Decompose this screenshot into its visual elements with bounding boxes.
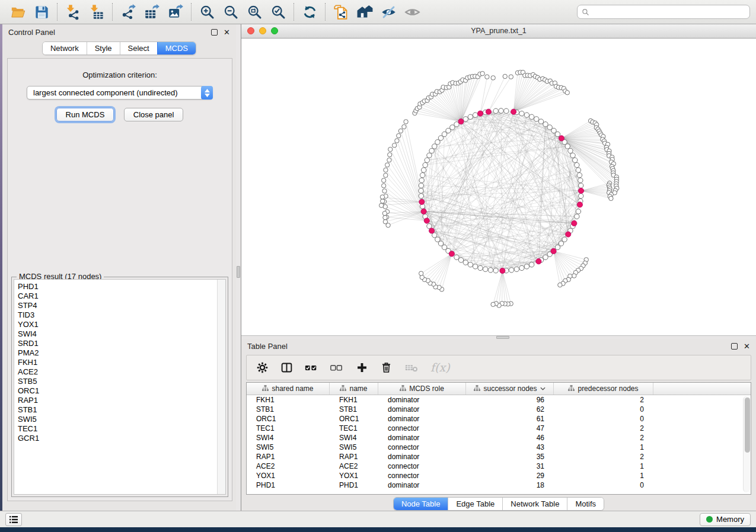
cell-filler[interactable]	[653, 462, 751, 471]
network-leaf-node[interactable]	[419, 271, 423, 275]
mcds-result-list[interactable]: PHD1CAR1STP4TID3YOX1SWI4SRD1PMA2FKH1ACE2…	[14, 279, 226, 495]
network-node[interactable]	[488, 268, 493, 273]
import-table-icon[interactable]	[85, 3, 109, 21]
cell-filler[interactable]	[653, 405, 751, 414]
cell-shared-name[interactable]: YOX1	[247, 471, 330, 480]
network-node[interactable]	[555, 245, 560, 249]
network-node[interactable]	[524, 264, 529, 269]
network-leaf-node[interactable]	[381, 184, 385, 188]
network-leaf-node[interactable]	[609, 196, 613, 200]
network-leaf-node[interactable]	[382, 211, 387, 215]
tab-edge-table[interactable]: Edge Table	[448, 498, 502, 510]
column-header-shared-name[interactable]: shared name	[247, 383, 330, 395]
network-dominator-node[interactable]	[511, 109, 516, 114]
cell-successor-nodes[interactable]: 35	[466, 452, 554, 462]
network-node[interactable]	[579, 194, 583, 198]
mcds-result-item[interactable]: FKH1	[18, 358, 217, 367]
cell-successor-nodes[interactable]: 47	[466, 424, 554, 433]
network-node[interactable]	[568, 148, 573, 153]
network-node[interactable]	[446, 128, 451, 133]
cell-filler[interactable]	[653, 414, 751, 424]
network-node[interactable]	[565, 144, 570, 149]
cell-mcds-role[interactable]: connector	[378, 471, 466, 480]
cell-filler[interactable]	[653, 471, 751, 480]
table-row[interactable]: STB1STB1dominator620	[247, 405, 751, 414]
network-node[interactable]	[499, 108, 503, 113]
mcds-result-item[interactable]: STP4	[18, 301, 217, 310]
mcds-result-item[interactable]: SRD1	[18, 339, 217, 348]
scrollbar-thumb[interactable]	[745, 398, 750, 453]
show-panels-button[interactable]	[5, 513, 22, 526]
vertical-splitter[interactable]	[236, 24, 241, 511]
memory-button[interactable]: Memory	[700, 513, 751, 526]
cell-filler[interactable]	[653, 443, 751, 452]
network-node[interactable]	[420, 172, 425, 177]
column-header-successor-nodes[interactable]: successor nodes	[466, 383, 554, 395]
cell-successor-nodes[interactable]: 61	[466, 414, 554, 424]
tab-motifs[interactable]: Motifs	[567, 498, 604, 510]
network-leaf-node[interactable]	[382, 189, 387, 193]
network-leaf-node[interactable]	[572, 274, 576, 278]
network-node[interactable]	[524, 113, 529, 117]
network-leaf-node[interactable]	[509, 75, 513, 79]
cell-name[interactable]: SWI5	[330, 443, 378, 452]
network-leaf-node[interactable]	[384, 173, 388, 177]
mcds-result-item[interactable]: YOX1	[18, 320, 217, 329]
mcds-result-item[interactable]: SWI5	[18, 415, 217, 424]
network-leaf-node[interactable]	[485, 75, 489, 79]
network-node[interactable]	[429, 148, 434, 153]
cell-predecessor-nodes[interactable]: 2	[554, 452, 653, 462]
mcds-result-item[interactable]: CAR1	[18, 291, 217, 301]
run-mcds-button[interactable]: Run MCDS	[56, 108, 114, 121]
network-dominator-node[interactable]	[424, 218, 429, 223]
mcds-result-item[interactable]: TEC1	[18, 424, 217, 434]
cell-shared-name[interactable]: ACE2	[247, 462, 330, 471]
network-node[interactable]	[575, 214, 579, 219]
network-dominator-node[interactable]	[449, 251, 454, 257]
export-network-icon[interactable]	[116, 3, 140, 21]
splitter-handle[interactable]	[496, 336, 509, 339]
tab-network-table[interactable]: Network Table	[502, 498, 567, 510]
cell-mcds-role[interactable]: dominator	[378, 395, 466, 405]
tab-mcds[interactable]: MCDS	[157, 42, 196, 55]
save-icon[interactable]	[30, 3, 53, 21]
network-node[interactable]	[473, 264, 477, 269]
network-node[interactable]	[493, 108, 498, 113]
network-node[interactable]	[454, 255, 459, 259]
network-node[interactable]	[458, 258, 463, 262]
network-leaf-node[interactable]	[383, 220, 387, 224]
search-input[interactable]	[592, 8, 745, 17]
cell-name[interactable]: RAP1	[330, 452, 378, 462]
table-row[interactable]: SWI4SWI4dominator462	[247, 433, 751, 443]
cell-predecessor-nodes[interactable]: 1	[554, 471, 653, 480]
network-node[interactable]	[463, 260, 468, 265]
cell-successor-nodes[interactable]: 96	[466, 395, 554, 405]
network-node[interactable]	[435, 140, 440, 145]
network-dominator-node[interactable]	[551, 248, 556, 254]
split-panel-icon[interactable]	[280, 361, 293, 374]
cell-predecessor-nodes[interactable]: 2	[554, 424, 653, 433]
network-node[interactable]	[463, 117, 468, 121]
network-node[interactable]	[435, 237, 440, 242]
network-node[interactable]	[562, 237, 567, 242]
network-node[interactable]	[432, 144, 437, 149]
cell-mcds-role[interactable]: connector	[378, 443, 466, 452]
export-table-icon[interactable]	[140, 3, 164, 21]
cell-shared-name[interactable]: RAP1	[247, 452, 330, 462]
network-dominator-node[interactable]	[559, 136, 564, 141]
network-leaf-node[interactable]	[480, 71, 484, 75]
network-leaf-node[interactable]	[404, 120, 408, 124]
zoom-out-icon[interactable]	[219, 3, 243, 21]
cell-successor-nodes[interactable]: 62	[466, 405, 554, 414]
cell-successor-nodes[interactable]: 43	[466, 443, 554, 452]
settings-icon[interactable]	[256, 361, 269, 374]
network-leaf-node[interactable]	[384, 168, 388, 172]
network-node[interactable]	[579, 183, 583, 188]
cell-successor-nodes[interactable]: 31	[466, 462, 554, 471]
network-leaf-node[interactable]	[388, 147, 393, 151]
cell-filler[interactable]	[653, 433, 751, 443]
hide-selected-icon[interactable]	[377, 3, 400, 21]
select-all-icon[interactable]	[305, 361, 318, 374]
network-node[interactable]	[578, 178, 583, 182]
network-dominator-node[interactable]	[578, 188, 583, 193]
